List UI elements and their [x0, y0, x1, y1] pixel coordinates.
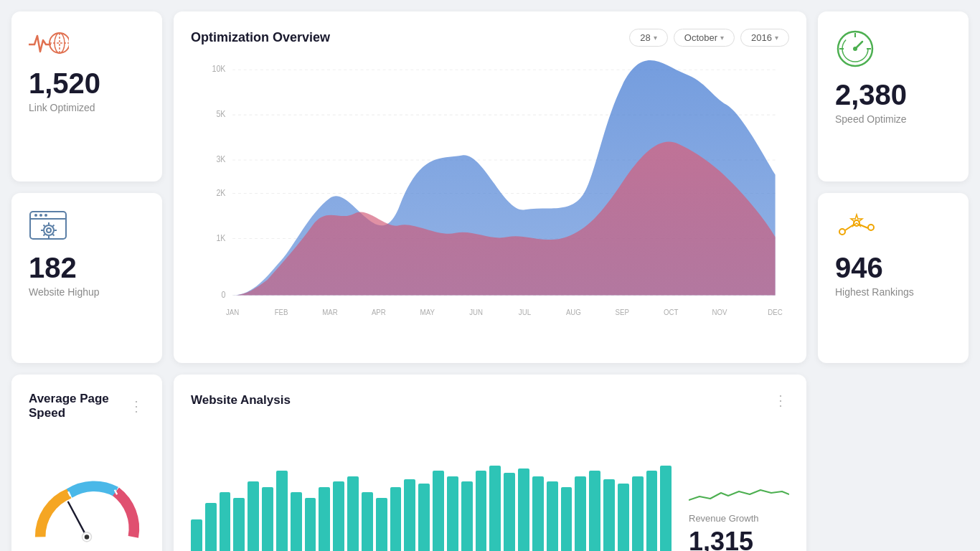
highest-rankings-card: 946 Highest Rankings — [818, 193, 969, 363]
svg-line-17 — [52, 225, 54, 227]
bar-item — [589, 471, 600, 551]
website-highup-label: Website Highup — [29, 286, 100, 298]
bar-item — [418, 484, 430, 551]
svg-point-50 — [839, 229, 845, 235]
year-filter[interactable]: 2016 ▾ — [740, 29, 789, 47]
avg-speed-title: Average Page Speed — [29, 392, 129, 420]
svg-point-6 — [34, 214, 37, 217]
overview-title: Optimization Overview — [191, 30, 330, 45]
svg-point-7 — [39, 214, 42, 217]
svg-line-15 — [44, 225, 45, 227]
speedometer — [29, 435, 145, 551]
bar-item — [489, 466, 501, 552]
rankings-icon — [835, 210, 878, 245]
month-filter[interactable]: October ▾ — [674, 29, 735, 47]
bar-item — [547, 481, 558, 551]
chevron-down-icon: ▾ — [775, 34, 778, 42]
website-highup-card: 182 Website Highup — [11, 193, 162, 363]
bar-item — [333, 481, 344, 551]
bar-item — [618, 484, 629, 551]
svg-point-9 — [44, 225, 54, 235]
svg-point-10 — [47, 228, 51, 232]
bar-item — [362, 492, 373, 551]
bar-item — [476, 471, 487, 551]
speed-optimize-number: 2,380 — [835, 80, 907, 109]
link-optimized-number: 1,520 — [29, 69, 100, 98]
svg-point-8 — [44, 214, 47, 217]
bar-item — [504, 473, 515, 551]
bar-item — [390, 487, 402, 552]
bar-item — [276, 471, 288, 551]
optimization-overview-card: Optimization Overview 28 ▾ October ▾ 201… — [174, 11, 806, 363]
svg-text:APR: APR — [372, 308, 386, 316]
chevron-down-icon: ▾ — [654, 34, 657, 42]
svg-text:3K: 3K — [216, 155, 225, 164]
svg-line-18 — [44, 234, 45, 235]
website-analysis-title: Website Analysis — [191, 393, 291, 408]
svg-text:OCT: OCT — [664, 308, 679, 316]
revenue-label: Revenue Growth — [689, 513, 789, 524]
filter-group: 28 ▾ October ▾ 2016 ▾ — [629, 29, 789, 47]
svg-line-53 — [845, 225, 854, 230]
svg-text:NOV: NOV — [712, 308, 727, 316]
svg-text:0: 0 — [222, 290, 226, 299]
bar-item — [433, 471, 444, 551]
bar-item — [376, 498, 387, 552]
day-filter[interactable]: 28 ▾ — [629, 29, 667, 47]
chart-area: 10K 5K 3K 2K 1K 0 JAN FEB MAR APR MAY JU… — [191, 58, 789, 346]
svg-point-52 — [868, 225, 874, 230]
speed-optimize-card: 2,380 Speed Optimize — [818, 11, 969, 182]
bar-item — [575, 476, 586, 552]
bar-item — [205, 503, 217, 551]
speed-icon — [835, 29, 875, 72]
bar-item — [262, 487, 273, 552]
svg-point-49 — [853, 47, 857, 51]
bar-item — [660, 466, 672, 552]
bar-item — [518, 468, 529, 551]
svg-text:2K: 2K — [216, 188, 225, 197]
svg-text:AUG: AUG — [566, 308, 581, 316]
chevron-down-icon: ▾ — [720, 34, 724, 42]
bar-item — [632, 476, 644, 552]
svg-text:JUN: JUN — [469, 308, 483, 316]
svg-text:10K: 10K — [212, 65, 226, 74]
revenue-section: Revenue Growth 1,315 — [672, 486, 789, 551]
svg-text:DEC: DEC — [768, 308, 783, 316]
website-icon — [29, 210, 69, 245]
bar-item — [646, 471, 658, 551]
svg-text:1K: 1K — [216, 233, 225, 242]
link-optimized-card: 1,520 Link Optimized — [11, 11, 162, 182]
bar-item — [305, 498, 316, 552]
svg-text:JUL: JUL — [519, 308, 531, 316]
bar-item — [561, 487, 573, 552]
svg-line-58 — [68, 502, 87, 537]
svg-point-60 — [85, 534, 89, 539]
bar-chart — [191, 442, 672, 551]
svg-point-3 — [55, 33, 65, 53]
bar-item — [233, 498, 245, 552]
area-chart: 10K 5K 3K 2K 1K 0 JAN FEB MAR APR MAY JU… — [191, 58, 789, 346]
svg-text:MAY: MAY — [420, 308, 435, 316]
options-menu[interactable]: ⋮ — [129, 397, 145, 415]
options-menu-analysis[interactable]: ⋮ — [773, 392, 789, 409]
bar-item — [347, 476, 359, 552]
bar-item — [447, 476, 458, 552]
website-analysis-inner: Revenue Growth 1,315 — [191, 423, 789, 551]
svg-text:5K: 5K — [216, 110, 225, 119]
bar-item — [319, 487, 330, 552]
svg-line-16 — [52, 234, 54, 235]
svg-text:FEB: FEB — [275, 308, 288, 316]
link-icon — [29, 29, 69, 60]
website-analysis-card: Website Analysis ⋮ Revenue Growth 1,315 — [174, 375, 806, 551]
right-column: 2,380 Speed Optimize 946 Highest Ranking… — [818, 11, 969, 363]
highest-rankings-number: 946 — [835, 253, 883, 282]
bar-item — [532, 476, 544, 552]
bar-item — [603, 479, 615, 551]
bar-item — [291, 492, 302, 551]
bar-item — [220, 492, 231, 551]
bar-item — [404, 479, 415, 551]
svg-text:SEP: SEP — [616, 308, 630, 316]
bar-item — [461, 481, 473, 551]
svg-text:JAN: JAN — [226, 308, 239, 316]
highest-rankings-label: Highest Rankings — [835, 286, 914, 298]
